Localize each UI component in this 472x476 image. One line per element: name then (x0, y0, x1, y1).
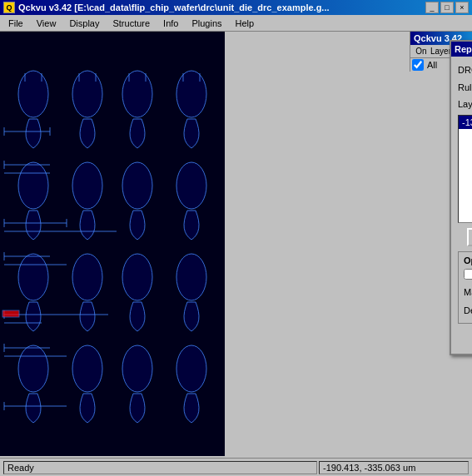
options-title: Options (464, 255, 472, 265)
bottom-buttons: ASCII Report Save As ... Cancel (458, 329, 472, 347)
status-right: -190.413, -335.063 um (319, 461, 469, 474)
svg-point-16 (18, 162, 48, 209)
dialog-rule: Rule: 19.000 um (458, 81, 472, 95)
app-icon: Q (3, 2, 15, 13)
title-bar: Q Qckvu v3.42 [E:\cad_data\flip_chip_waf… (0, 0, 472, 15)
svg-point-7 (122, 71, 152, 117)
menu-plugins[interactable]: Plugins (186, 17, 226, 30)
svg-point-1 (18, 71, 48, 117)
main-area: Qckvu 3.42 On Layer All Report × DRC Typ… (0, 32, 472, 458)
nav-buttons: First Prev View Next Last (458, 228, 472, 246)
report-dialog: Report × DRC Type: Minimum Line Width DR… (450, 40, 472, 355)
first-button[interactable]: First (467, 228, 472, 246)
window-controls[interactable]: _ □ × (425, 2, 469, 13)
svg-point-34 (122, 345, 152, 392)
menu-structure[interactable]: Structure (107, 17, 155, 30)
canvas-area[interactable] (0, 32, 225, 456)
dialog-content: DRC Type: Minimum Line Width DRC Rule: 1… (451, 57, 472, 354)
right-panel: Qckvu 3.42 On Layer All Report × DRC Typ… (225, 32, 472, 458)
svg-point-4 (72, 71, 102, 117)
menu-bar: File View Display Structure Info Plugins… (0, 15, 472, 32)
delay-label: Delay (464, 305, 472, 315)
dialog-drc-type: DRC Type: Minimum Line Width DRC (458, 63, 472, 77)
preserve-view-label: Preserve View (464, 269, 472, 280)
delay-row: Delay (464, 305, 472, 316)
menu-view[interactable]: View (32, 17, 62, 30)
report-list-item-0[interactable]: -1391.816 -200.000 width: 13.999 (459, 116, 472, 129)
svg-point-26 (122, 254, 152, 300)
dialog-title-bar: Report × (451, 42, 472, 57)
dialog-title: Report (455, 44, 472, 54)
status-coordinates-text: -190.413, -335.063 um (323, 463, 415, 473)
svg-point-25 (72, 254, 102, 300)
menu-help[interactable]: Help (231, 17, 260, 30)
svg-rect-31 (2, 310, 19, 317)
minimize-button[interactable]: _ (425, 2, 439, 13)
svg-point-18 (122, 162, 152, 209)
status-left: Ready (3, 461, 317, 474)
options-row-2: Margin: Set Marker (464, 283, 472, 301)
dialog-layers: Layer(s): 2:0 (458, 97, 472, 112)
layer-checkbox-all[interactable] (412, 59, 424, 71)
menu-display[interactable]: Display (64, 17, 104, 30)
menu-file[interactable]: File (3, 17, 28, 30)
close-button[interactable]: × (455, 2, 469, 13)
status-ready-text: Ready (7, 463, 34, 473)
svg-point-27 (176, 254, 206, 300)
svg-point-10 (176, 71, 206, 117)
preserve-view-checkbox[interactable] (464, 269, 472, 280)
svg-point-32 (18, 345, 48, 392)
status-bar: Ready -190.413, -335.063 um (0, 458, 472, 476)
window-title: Qckvu v3.42 [E:\cad_data\flip_chip_wafer… (18, 2, 330, 12)
svg-point-24 (18, 254, 48, 300)
report-list[interactable]: -1391.816 -200.000 width: 13.999 (458, 115, 472, 223)
svg-point-17 (72, 162, 102, 209)
options-row-1: Preserve View Show All Markers (464, 269, 472, 280)
svg-point-33 (72, 345, 102, 392)
margin-label: Margin: (464, 287, 472, 297)
svg-point-19 (176, 162, 206, 209)
options-section: Options Preserve View Show All Markers M… (458, 251, 472, 324)
layer-label-all: All (427, 60, 437, 70)
menu-info[interactable]: Info (158, 17, 183, 30)
svg-point-35 (176, 345, 206, 392)
maximize-button[interactable]: □ (440, 2, 454, 13)
